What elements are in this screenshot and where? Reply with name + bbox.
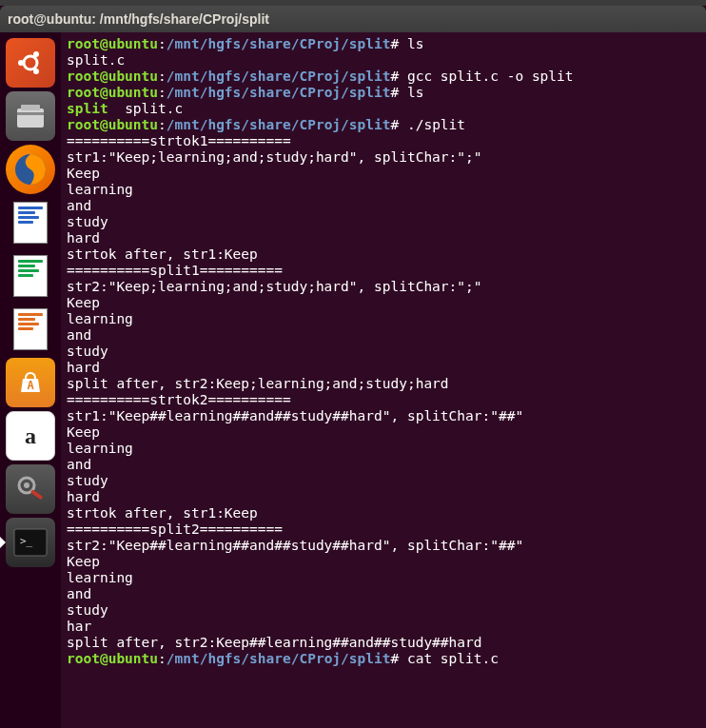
terminal-output[interactable]: root@ubuntu:/mnt/hgfs/share/CProj/split#… — [61, 32, 706, 728]
term-line: Keep — [67, 554, 700, 570]
svg-rect-4 — [17, 108, 44, 128]
term-line: learning — [67, 570, 700, 586]
term-line: split after, str2:Keep;learning;and;stud… — [67, 376, 700, 392]
term-line: study — [67, 214, 700, 230]
term-line: str2:"Keep;learning;and;study;hard", spl… — [67, 279, 700, 295]
files-icon[interactable] — [6, 91, 55, 141]
term-line: str1:"Keep##learning##and##study##hard",… — [67, 408, 700, 424]
amazon-icon[interactable]: a — [6, 411, 55, 461]
term-line: root@ubuntu:/mnt/hgfs/share/CProj/split#… — [67, 651, 700, 667]
prompt-user: root@ubuntu — [67, 36, 158, 51]
launcher: A a >_ — [0, 32, 61, 728]
term-line: learning — [67, 182, 700, 198]
term-line: root@ubuntu:/mnt/hgfs/share/CProj/split#… — [67, 85, 700, 101]
term-line: and — [67, 457, 700, 473]
term-line: ==========strtok2========== — [67, 392, 700, 408]
term-line: str1:"Keep;learning;and;study;hard", spl… — [67, 149, 700, 166]
writer-icon[interactable] — [6, 198, 55, 247]
term-line: str2:"Keep##learning##and##study##hard",… — [67, 538, 700, 554]
term-line: learning — [67, 441, 700, 457]
term-line: hard — [67, 489, 700, 505]
window-title-bar[interactable]: root@ubuntu: /mnt/hgfs/share/CProj/split — [0, 6, 706, 32]
term-line: split.c — [67, 52, 700, 69]
settings-icon[interactable] — [6, 464, 55, 514]
term-line: and — [67, 198, 700, 214]
term-line: ==========split2========== — [67, 521, 700, 538]
svg-point-10 — [24, 482, 29, 488]
svg-point-3 — [33, 69, 39, 74]
impress-icon[interactable] — [6, 305, 55, 354]
ubuntu-dash-icon[interactable] — [6, 38, 55, 88]
term-line: hard — [67, 230, 700, 246]
term-line: Keep — [67, 295, 700, 311]
term-line: and — [67, 327, 700, 344]
term-line: strtok after, str1:Keep — [67, 505, 700, 521]
term-line: root@ubuntu:/mnt/hgfs/share/CProj/split#… — [67, 117, 700, 133]
svg-point-0 — [24, 56, 37, 69]
software-icon[interactable]: A — [6, 358, 55, 407]
executable-file: split — [67, 101, 108, 116]
term-line: har — [67, 619, 700, 635]
term-line: split after, str2:Keep##learning##and##s… — [67, 635, 700, 651]
term-line: study — [67, 344, 700, 360]
term-line: study — [67, 473, 700, 489]
main-area: A a >_ root@ubuntu:/mnt/hgfs/share/CProj… — [0, 32, 706, 728]
term-line: split split.c — [67, 101, 700, 117]
svg-rect-6 — [21, 105, 40, 110]
svg-text:>_: >_ — [20, 535, 33, 547]
term-line: root@ubuntu:/mnt/hgfs/share/CProj/split#… — [67, 36, 700, 52]
term-line: strtok after, str1:Keep — [67, 246, 700, 263]
prompt-path: /mnt/hgfs/share/CProj/split — [167, 36, 391, 51]
svg-rect-5 — [17, 112, 44, 115]
term-line: learning — [67, 311, 700, 327]
term-line: ==========split1========== — [67, 263, 700, 279]
svg-rect-11 — [30, 489, 44, 500]
term-line: Keep — [67, 424, 700, 441]
term-line: and — [67, 586, 700, 602]
svg-text:A: A — [27, 379, 34, 392]
term-line: hard — [67, 360, 700, 376]
calc-icon[interactable] — [6, 251, 55, 301]
term-line: Keep — [67, 166, 700, 182]
terminal-icon[interactable]: >_ — [6, 518, 55, 567]
window-title: root@ubuntu: /mnt/hgfs/share/CProj/split — [8, 11, 269, 27]
svg-point-2 — [33, 51, 39, 57]
term-line: study — [67, 602, 700, 619]
svg-point-1 — [18, 60, 24, 66]
firefox-icon[interactable] — [6, 145, 55, 194]
term-line: ==========strtok1========== — [67, 133, 700, 149]
term-line: root@ubuntu:/mnt/hgfs/share/CProj/split#… — [67, 69, 700, 85]
